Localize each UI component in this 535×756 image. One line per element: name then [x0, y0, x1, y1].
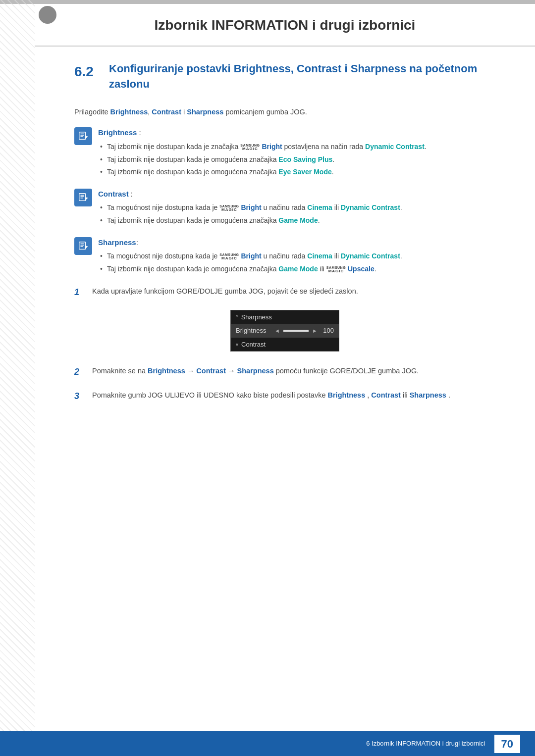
s1-or: ili: [334, 252, 341, 260]
s1-bright: Bright: [241, 252, 261, 260]
intro-contrast: Contrast: [152, 108, 181, 116]
osd-bar: [283, 330, 309, 332]
osd-label-contrast: Contrast: [241, 340, 278, 350]
intro-suffix: pomicanjem gumba JOG.: [225, 108, 307, 116]
sharpness-bullet-1: Ta mogućnost nije dostupna kada je SAMSU…: [98, 251, 495, 262]
contrast-bullet-1: Ta mogućnost nije dostupna kada je SAMSU…: [98, 202, 495, 213]
step2-contrast: Contrast: [196, 367, 226, 375]
step3-prefix: Pomaknite gumb JOG ULIJEVO ili UDESNO ka…: [92, 391, 327, 399]
contrast-bullet-2: Taj izbornik nije dostupan kada je omogu…: [98, 215, 495, 226]
brightness-note-content: Brightness : Taj izbornik nije dostupan …: [98, 127, 495, 180]
osd-row-contrast: v Contrast: [231, 338, 339, 352]
b2-prefix: Taj izbornik nije dostupan kada je omogu…: [107, 155, 278, 163]
page-footer: 6 Izbornik INFORMATION i drugi izbornici…: [0, 731, 535, 756]
osd-label-brightness: Brightness: [236, 326, 273, 336]
osd-widget-wrapper: ^ Sharpness Brightness ◄ ► 100 v Contras…: [74, 310, 495, 352]
osd-value-brightness: 100: [319, 326, 334, 336]
intro-brightness: Brightness: [110, 108, 148, 116]
step2-suffix: pomoću funkcije GORE/DOLJE gumba JOG.: [276, 367, 419, 375]
page-header: Izbornik INFORMATION i drugi izbornici: [35, 0, 535, 47]
s1-cinema: Cinema: [307, 252, 332, 260]
step-1-text: Kada upravljate funkcijom GORE/DOLJE gum…: [92, 286, 495, 297]
contrast-title-text: Contrast: [98, 190, 129, 198]
step-2-number: 2: [74, 365, 85, 379]
b1-middle: postavljena na način rada: [284, 143, 365, 151]
step-2: 2 Pomaknite se na Brightness → Contrast …: [74, 365, 495, 379]
s2-prefix: Taj izbornik nije dostupan kada je omogu…: [107, 265, 278, 273]
brightness-note-block: Brightness : Taj izbornik nije dostupan …: [74, 127, 495, 180]
brightness-bullet-1: Taj izbornik nije dostupan kada je znača…: [98, 142, 495, 152]
c1-prefix: Ta mogućnost nije dostupna kada je: [107, 203, 219, 211]
s1-dynamic-contrast: Dynamic Contrast: [341, 252, 400, 260]
step-3-number: 3: [74, 390, 85, 403]
step2-sharpness: Sharpness: [237, 367, 274, 375]
osd-chevron-up: ^: [236, 313, 238, 321]
step3-brightness: Brightness: [327, 391, 365, 399]
page-title: Izbornik INFORMATION i drugi izbornici: [74, 15, 495, 36]
b3-prefix: Taj izbornik nije dostupan kada je omogu…: [107, 168, 278, 176]
b3-suffix: .: [332, 168, 334, 176]
sharpness-note-title: Sharpness:: [98, 237, 495, 249]
sharpness-bullet-list: Ta mogućnost nije dostupna kada je SAMSU…: [98, 251, 495, 274]
svg-rect-8: [79, 242, 86, 250]
step2-prefix: Pomaknite se na: [92, 367, 148, 375]
samsung-magic-3: SAMSUNGMAGIC: [219, 253, 239, 260]
b2-eco: Eco Saving Plus: [278, 155, 332, 163]
left-pattern: [0, 0, 35, 756]
c1-suffix: .: [400, 203, 402, 211]
osd-row-sharpness: ^ Sharpness: [231, 310, 339, 324]
contrast-colon: :: [129, 190, 133, 198]
c1-dynamic-contrast: Dynamic Contrast: [341, 203, 400, 211]
b1-prefix: Taj izbornik nije dostupan kada je znača…: [107, 143, 240, 151]
c2-prefix: Taj izbornik nije dostupan kada je omogu…: [107, 216, 278, 224]
brightness-colon: :: [137, 128, 141, 137]
step-1-number: 1: [74, 286, 85, 299]
section-title: Konfiguriranje postavki Brightness, Cont…: [109, 61, 495, 92]
svg-rect-4: [79, 194, 86, 201]
sharpness-colon: :: [136, 238, 138, 247]
sharpness-note-icon: [74, 237, 92, 255]
samsung-magic-2: SAMSUNGMAGIC: [219, 204, 239, 212]
step-1: 1 Kada upravljate funkcijom GORE/DOLJE g…: [74, 286, 495, 299]
intro-i: i: [181, 108, 187, 116]
c1-bright: Bright: [241, 203, 261, 211]
contrast-svg-icon: [78, 192, 89, 203]
s2-ili: ili: [320, 265, 326, 273]
intro-sharpness: Sharpness: [187, 108, 223, 116]
s2-game-mode: Game Mode: [278, 265, 318, 273]
top-stripe: [0, 0, 535, 4]
s2-upscale: Upscale: [348, 265, 374, 273]
step2-arrow1: →: [187, 367, 197, 375]
b1-bright: Bright: [262, 143, 282, 151]
b3-eye: Eye Saver Mode: [278, 168, 331, 176]
contrast-note-title: Contrast :: [98, 189, 495, 200]
c1-middle: u načinu rada: [264, 203, 308, 211]
osd-bar-fill: [283, 330, 309, 332]
brightness-title-text: Brightness: [98, 128, 137, 137]
brightness-note-icon: [74, 127, 92, 145]
step3-sharpness: Sharpness: [410, 391, 446, 399]
c2-suffix: .: [318, 216, 320, 224]
samsung-magic-1: SAMSUNGMAGIC: [240, 144, 260, 151]
sharpness-bullet-2: Taj izbornik nije dostupan kada je omogu…: [98, 264, 495, 275]
s1-middle: u načinu rada: [264, 252, 308, 260]
intro-prefix: Prilagodite: [74, 108, 110, 116]
section-number: 6.2: [74, 61, 99, 82]
footer-label: 6 Izbornik INFORMATION i drugi izbornici: [366, 739, 485, 749]
sharpness-title-text: Sharpness: [98, 238, 136, 247]
b1-dynamic-contrast: Dynamic Contrast: [365, 143, 425, 151]
osd-caret-left: ◄: [274, 327, 280, 335]
main-content: 6.2 Konfiguriranje postavki Brightness, …: [35, 47, 535, 454]
s1-prefix: Ta mogućnost nije dostupna kada je: [107, 252, 219, 260]
contrast-note-content: Contrast : Ta mogućnost nije dostupna ka…: [98, 189, 495, 228]
step3-ili: ili: [403, 391, 410, 399]
intro-text: Prilagodite Brightness, Contrast i Sharp…: [74, 107, 495, 118]
sharpness-note-block: Sharpness: Ta mogućnost nije dostupna ka…: [74, 237, 495, 277]
sharpness-note-content: Sharpness: Ta mogućnost nije dostupna ka…: [98, 237, 495, 277]
section-heading: 6.2 Konfiguriranje postavki Brightness, …: [74, 61, 495, 92]
step3-contrast: Contrast: [371, 391, 401, 399]
osd-row-brightness: Brightness ◄ ► 100: [231, 324, 339, 338]
b2-suffix: .: [332, 155, 334, 163]
osd-caret-right: ►: [312, 327, 318, 335]
contrast-note-icon: [74, 189, 92, 206]
